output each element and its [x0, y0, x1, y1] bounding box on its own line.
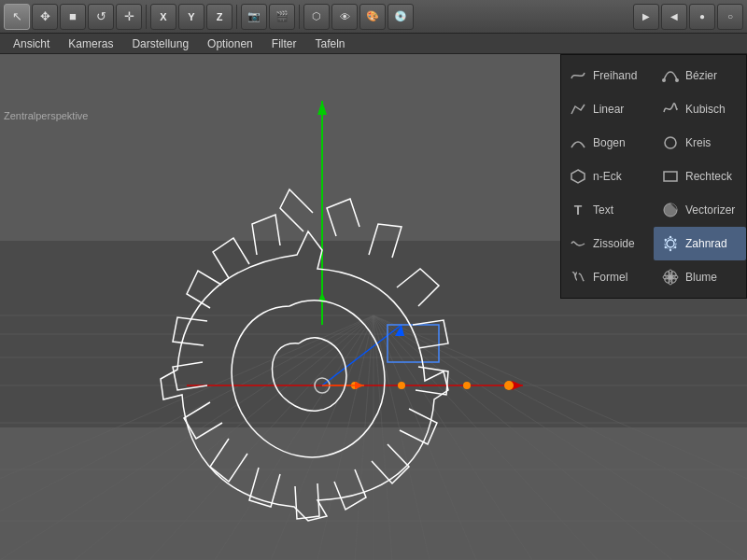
zissoide-label: Zissoide	[593, 237, 635, 250]
linear-icon	[569, 100, 587, 119]
bezier-label: Bézier	[685, 69, 717, 82]
freihand-icon	[569, 66, 587, 85]
cube-tool-button[interactable]: ■	[60, 4, 86, 30]
svg-rect-51	[664, 172, 677, 181]
menu-ansicht[interactable]: Ansicht	[6, 35, 57, 52]
text-item[interactable]: T Text	[561, 193, 654, 227]
right-tool-1[interactable]: ▶	[633, 4, 659, 30]
right-tool-4[interactable]: ○	[717, 4, 743, 30]
menu-darstellung[interactable]: Darstellung	[124, 35, 196, 52]
freihand-label: Freihand	[593, 69, 637, 82]
blume-item[interactable]: Blume	[654, 260, 746, 294]
blume-label: Blume	[685, 271, 717, 284]
dropdown-row-bogen-kreis: Bogen Kreis	[561, 126, 746, 160]
kreis-icon	[661, 133, 680, 152]
dropdown-row-zissoide-zahnrad: Zissoide Zahnrad	[561, 227, 746, 260]
svg-point-58	[669, 249, 671, 251]
svg-point-36	[463, 382, 471, 389]
kubisch-label: Kubisch	[685, 103, 726, 116]
svg-point-35	[398, 382, 405, 389]
rotate-tool-button[interactable]: ↺	[88, 4, 114, 30]
rechteck-icon	[661, 167, 680, 186]
kreis-label: Kreis	[685, 136, 711, 149]
bogen-item[interactable]: Bogen	[561, 126, 654, 160]
blume-icon	[661, 268, 680, 287]
menubar: Ansicht Kameras Darstellung Optionen Fil…	[0, 34, 747, 54]
right-tool-3[interactable]: ●	[689, 4, 715, 30]
toolbar: ↖ ✥ ■ ↺ ✛ X Y Z 📷 🎬 ⬡ 👁 🎨 💿 ▶ ◀ ● ○	[0, 0, 747, 34]
right-tool-2[interactable]: ◀	[661, 4, 687, 30]
rechteck-item[interactable]: Rechteck	[654, 160, 746, 193]
select-tool-button[interactable]: ↖	[4, 4, 30, 30]
vectorizer-item[interactable]: Vectorizer	[654, 193, 746, 227]
bogen-label: Bogen	[593, 136, 626, 149]
camera-tool-button[interactable]: 📷	[241, 4, 267, 30]
bogen-icon	[569, 133, 587, 152]
kreis-item[interactable]: Kreis	[654, 126, 746, 160]
linear-item[interactable]: Linear	[561, 92, 654, 126]
film-tool-button[interactable]: 🎬	[269, 4, 295, 30]
zahnrad-item[interactable]: Zahnrad	[654, 227, 746, 260]
dropdown-row-linear-kubisch: Linear Kubisch	[561, 92, 746, 126]
zissoide-item[interactable]: Zissoide	[561, 227, 654, 260]
text-label: Text	[593, 203, 613, 217]
disk-button[interactable]: 💿	[388, 4, 414, 30]
dropdown-row-text-vectorizer: T Text Vectorizer	[561, 193, 746, 227]
svg-point-60	[665, 239, 667, 241]
dropdown-row-formel-blume: Formel Blume	[561, 260, 746, 294]
neck-item[interactable]: n-Eck	[561, 160, 654, 193]
separator-3	[299, 5, 300, 29]
add-tool-button[interactable]: ✛	[116, 4, 142, 30]
svg-point-59	[665, 246, 667, 248]
viewport-label: Zentralperspektive	[4, 110, 89, 121]
svg-point-55	[669, 236, 671, 238]
menu-optionen[interactable]: Optionen	[200, 35, 261, 52]
svg-point-53	[667, 240, 674, 247]
zahnrad-label: Zahnrad	[685, 237, 727, 250]
x-axis-button[interactable]: X	[150, 4, 176, 30]
color-button[interactable]: 🎨	[359, 4, 386, 30]
vectorizer-icon	[661, 201, 680, 219]
formel-item[interactable]: Formel	[561, 260, 654, 294]
bezier-item[interactable]: Bézier	[654, 59, 746, 92]
z-axis-button[interactable]: Z	[206, 4, 233, 30]
kubisch-icon	[661, 100, 680, 119]
text-icon: T	[569, 201, 587, 219]
kubisch-item[interactable]: Kubisch	[654, 92, 746, 126]
menu-kameras[interactable]: Kameras	[61, 35, 120, 52]
neck-label: n-Eck	[593, 170, 622, 183]
vectorizer-label: Vectorizer	[685, 203, 735, 217]
svg-point-48	[675, 78, 679, 82]
dropdown-row-neck-rechteck: n-Eck Rechteck	[561, 160, 746, 193]
zahnrad-icon	[661, 234, 680, 253]
linear-label: Linear	[593, 103, 624, 116]
move-tool-button[interactable]: ✥	[32, 4, 58, 30]
svg-point-56	[674, 239, 676, 241]
eye-button[interactable]: 👁	[331, 4, 358, 30]
zissoide-icon	[569, 234, 587, 253]
svg-point-57	[674, 246, 676, 248]
svg-marker-50	[571, 170, 585, 183]
dropdown-row-freihand-bezier: Freihand Bézier	[561, 59, 746, 92]
view3d-button[interactable]: ⬡	[303, 4, 330, 30]
separator-1	[146, 5, 147, 29]
spline-dropdown-panel: Freihand Bézier	[560, 54, 747, 299]
y-axis-button[interactable]: Y	[178, 4, 204, 30]
rechteck-label: Rechteck	[685, 170, 732, 183]
formel-icon	[569, 268, 587, 287]
svg-point-49	[665, 137, 676, 148]
freihand-item[interactable]: Freihand	[561, 59, 654, 92]
svg-point-37	[504, 381, 514, 390]
menu-filter[interactable]: Filter	[264, 35, 304, 52]
menu-tafeln[interactable]: Tafeln	[307, 35, 352, 52]
separator-2	[236, 5, 237, 29]
svg-point-47	[662, 78, 666, 82]
formel-label: Formel	[593, 271, 627, 284]
neck-icon	[569, 167, 587, 186]
bezier-icon	[661, 66, 680, 85]
viewport-3d[interactable]: Zentralperspektive	[0, 54, 747, 560]
